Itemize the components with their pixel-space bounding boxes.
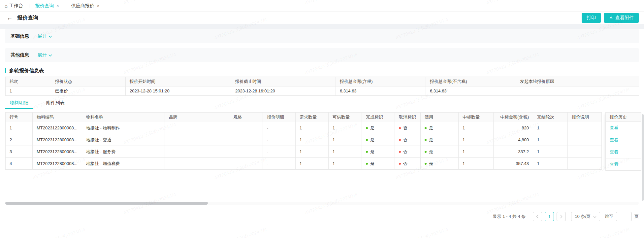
- material-cell-complete-flag: 是: [362, 146, 395, 158]
- detail-column-header: 行号: [6, 113, 33, 122]
- material-cell-line-no: 4: [6, 158, 33, 170]
- material-cell-final-round: 1: [533, 158, 568, 170]
- status-label: 是: [429, 149, 433, 154]
- material-cell-supply-qty: 1: [329, 158, 362, 170]
- material-detail-table: 行号物料编码物料名称品牌规格报价明细需求数量可供数量完成标识取消标识选用中标数量…: [5, 112, 602, 170]
- material-cell-quote-detail: -: [263, 134, 296, 146]
- page-header: ← 报价查询 打印 查看附件: [0, 12, 644, 24]
- detail-column-header: 需求数量: [296, 113, 329, 122]
- status-dot-icon: [425, 163, 427, 165]
- view-history-link[interactable]: 查看: [610, 161, 618, 167]
- material-cell-award-amount: 820: [494, 122, 533, 134]
- divider-band: [0, 24, 644, 29]
- material-cell-material-code: MT2023122800008...: [33, 134, 82, 146]
- rounds-table-header: 轮次报价状态报价开始时间报价截止时间报价总金额(含税)报价总金额(不含税)发起本…: [6, 77, 639, 86]
- close-icon[interactable]: ×: [56, 4, 59, 8]
- material-cell-material-name: 地接社 - 交通: [82, 134, 165, 146]
- material-cell-quote-detail: -: [263, 122, 296, 134]
- status-dot-icon: [425, 139, 427, 141]
- view-history-link[interactable]: 查看: [610, 149, 618, 155]
- quote-history-header: 报价历史: [605, 112, 641, 122]
- tab-supplier-quote[interactable]: 供应商报价 ×: [71, 3, 100, 9]
- detail-column-header: 物料名称: [82, 113, 165, 122]
- material-cell-quote-detail: -: [263, 146, 296, 158]
- jump-to-page-input[interactable]: [616, 212, 632, 221]
- tab-attachment-list[interactable]: 附件列表: [42, 98, 69, 109]
- page-number-button[interactable]: 1: [545, 212, 554, 221]
- other-info-title: 其他信息: [11, 52, 29, 58]
- tab-workbench[interactable]: ⌂ 工作台: [5, 3, 23, 9]
- status-dot-icon: [399, 139, 401, 141]
- rounds-cell: 6,314.63: [336, 86, 426, 96]
- material-cell-line-no: 2: [6, 134, 33, 146]
- material-cell-cancel-flag: 否: [395, 134, 421, 146]
- quote-history-cell: 查看: [605, 158, 641, 171]
- print-button[interactable]: 打印: [582, 13, 601, 23]
- material-cell-supply-qty: 1: [329, 134, 362, 146]
- status-dot-icon: [425, 151, 427, 153]
- tab-attachment-list-label: 附件列表: [46, 100, 65, 106]
- view-history-link[interactable]: 查看: [610, 125, 618, 131]
- close-icon[interactable]: ×: [97, 4, 100, 8]
- prev-page-button[interactable]: [533, 212, 542, 221]
- view-attachments-button[interactable]: 查看附件: [604, 13, 639, 23]
- top-tab-bar: ⌂ 工作台 报价查询 × 供应商报价 ×: [0, 0, 644, 12]
- detail-column-header: 选用: [421, 113, 459, 122]
- page-size-value: 10 条/页: [575, 214, 591, 220]
- rounds-cell: 6,314.63: [426, 86, 516, 96]
- watermark-text: 43720423-王凤雨-2024/1/4: [32, 226, 86, 238]
- material-cell-spec: [229, 134, 263, 146]
- status-label: 否: [403, 125, 407, 130]
- tab-material-detail-label: 物料明细: [10, 100, 28, 106]
- material-cell-supply-qty: 1: [329, 146, 362, 158]
- material-cell-brand: [165, 146, 229, 158]
- material-cell-material-name: 地接社 - 物料制作: [82, 122, 165, 134]
- rounds-cell: 2023-12-28 15:01:20: [126, 86, 231, 96]
- material-cell-material-name: 地接社 - 服务费: [82, 146, 165, 158]
- pagination: 显示 1 - 4 共 4 条 1 10 条/页 跳至 页: [493, 212, 639, 221]
- material-cell-brand: [165, 122, 229, 134]
- next-page-button[interactable]: [557, 212, 566, 221]
- material-cell-complete-flag: 是: [362, 158, 395, 170]
- status-dot-icon: [366, 139, 368, 141]
- material-row: 4MT2023122800008...地接社 - 增值税费-11是否是1357.…: [6, 158, 602, 170]
- rounds-column-header: 报价总金额(含税): [336, 77, 426, 86]
- page-size-select[interactable]: 10 条/页: [571, 212, 600, 221]
- tab-divider: [29, 4, 29, 8]
- material-cell-material-code: MT2023122800008...: [33, 146, 82, 158]
- status-dot-icon: [425, 127, 427, 129]
- status-label: 是: [370, 149, 374, 154]
- material-cell-selected: 是: [421, 134, 459, 146]
- material-cell-cancel-flag: 否: [395, 146, 421, 158]
- rounds-column-header: 报价开始时间: [126, 77, 231, 86]
- status-dot-icon: [399, 163, 401, 165]
- status-label: 是: [370, 125, 374, 130]
- material-row: 1MT2023122800008...地接社 - 物料制作-11是否是18201: [6, 122, 602, 134]
- view-attachments-label: 查看附件: [615, 15, 634, 21]
- page-title: 报价查询: [17, 15, 38, 21]
- status-label: 是: [429, 125, 433, 130]
- rounds-table: 轮次报价状态报价开始时间报价截止时间报价总金额(含税)报价总金额(不含税)发起本…: [5, 77, 639, 96]
- tab-material-detail[interactable]: 物料明细: [5, 98, 33, 109]
- other-info-expand-toggle[interactable]: 展开: [38, 52, 52, 58]
- material-cell-cancel-flag: 否: [395, 122, 421, 134]
- material-detail-body: 1MT2023122800008...地接社 - 物料制作-11是否是18201…: [6, 122, 602, 170]
- material-cell-award-amount: 4,800: [494, 134, 533, 146]
- material-detail-header: 行号物料编码物料名称品牌规格报价明细需求数量可供数量完成标识取消标识选用中标数量…: [6, 113, 602, 122]
- back-button[interactable]: ←: [7, 15, 13, 21]
- material-cell-selected: 是: [421, 146, 459, 158]
- status-label: 是: [370, 137, 374, 142]
- watermark-text: 43720423-王凤雨-2024/1/4: [576, 226, 630, 238]
- status-label: 是: [429, 137, 433, 142]
- horizontal-scrollbar-thumb[interactable]: [5, 202, 208, 205]
- status-dot-icon: [399, 151, 401, 153]
- detail-column-header: 完成标识: [362, 113, 395, 122]
- material-cell-spec: [229, 122, 263, 134]
- rounds-cell: 2023-12-28 16:01:20: [231, 86, 336, 96]
- view-history-link[interactable]: 查看: [610, 137, 618, 143]
- horizontal-scrollbar-track[interactable]: [5, 202, 639, 205]
- vertical-scrollbar-thumb[interactable]: [642, 114, 644, 201]
- basic-info-expand-toggle[interactable]: 展开: [38, 33, 52, 39]
- basic-info-expand-label: 展开: [38, 33, 47, 39]
- tab-quote-query[interactable]: 报价查询 ×: [35, 3, 59, 9]
